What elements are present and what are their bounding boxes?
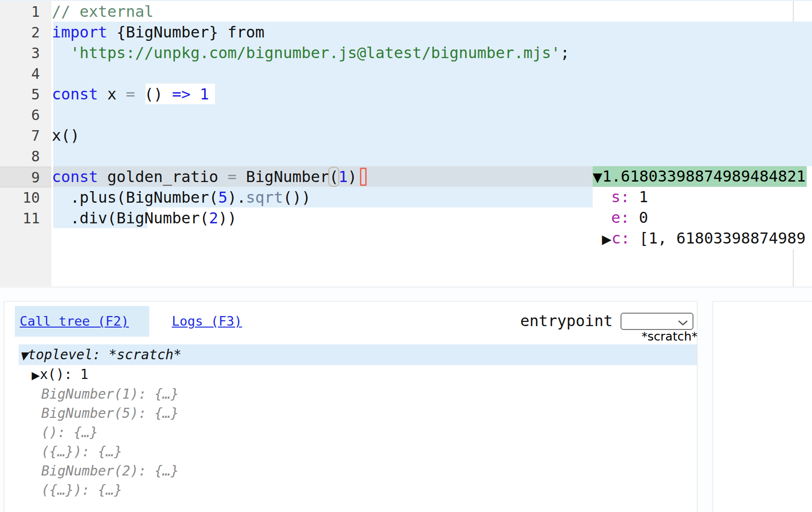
tab-logs[interactable]: Logs (F3) (172, 313, 242, 330)
call-tree-row-label: toplevel: *scratch* (28, 347, 181, 363)
object-property-row: s: 1 (593, 187, 812, 207)
call-tree-row-label: ({…}): {…} (41, 482, 122, 498)
property-key: e: (611, 208, 630, 227)
expand-triangle-icon[interactable]: ▶ (32, 369, 40, 381)
line-number: 6 (0, 105, 40, 125)
code-token: x() (52, 126, 80, 145)
line-number: 3 (0, 43, 40, 63)
call-tree-row-label: (): {…} (41, 425, 98, 440)
code-token: 2 (209, 209, 218, 227)
code-token: const (52, 85, 98, 103)
entrypoint-selected-value: *scratch* (642, 329, 698, 343)
code-token: 'https://unpkg.com/bignumber.js@latest/b… (71, 44, 561, 62)
code-token: ; (561, 44, 570, 62)
expand-triangle-icon[interactable]: ▶ (602, 232, 611, 246)
code-line[interactable]: .plus(BigNumber(5).sqrt()) (52, 187, 310, 208)
code-token: sqrt (246, 188, 283, 207)
call-tree-row[interactable]: (): {…} (19, 423, 697, 442)
code-token: = (126, 85, 135, 103)
property-key: s: (611, 188, 630, 206)
code-token: ()) (283, 188, 311, 207)
code-token: .div(BigNumber( (52, 209, 209, 227)
code-token: 5 (218, 188, 227, 207)
code-line[interactable]: x() (52, 125, 80, 146)
line-number: 9 (0, 167, 51, 187)
line-number: 7 (0, 125, 40, 146)
code-token: = (227, 168, 237, 186)
collapse-triangle-icon[interactable]: ▼ (20, 350, 28, 362)
call-tree-panel: Call tree (F2) Logs (F3) entrypoint *scr… (4, 301, 697, 512)
call-tree-row-label: x(): 1 (40, 366, 88, 382)
matched-bracket: ( (329, 168, 338, 186)
code-line[interactable]: const x = () => 1 (52, 84, 209, 105)
line-number: 8 (0, 146, 40, 167)
line-number: 2 (0, 22, 40, 43)
entrypoint-label: entrypoint (520, 311, 613, 331)
code-token: {BigNumber} from (107, 23, 265, 41)
side-panel (713, 301, 812, 512)
line-number: 1 (0, 1, 40, 22)
property-key: c: (611, 229, 630, 247)
chevron-down-icon (678, 320, 688, 326)
call-tree-row-label: BigNumber(1): {…} (41, 386, 179, 402)
code-token: import (52, 23, 107, 41)
code-token: const (52, 168, 98, 186)
call-tree-row[interactable]: BigNumber(5): {…} (19, 404, 697, 423)
call-tree-row[interactable]: ▼toplevel: *scratch* (19, 344, 697, 365)
code-token: .plus(BigNumber( (52, 188, 218, 207)
code-token: x (98, 85, 126, 103)
call-tree-row[interactable]: BigNumber(2): {…} (19, 462, 697, 481)
cursor-error-box (360, 168, 367, 186)
code-line[interactable]: 'https://unpkg.com/bignumber.js@latest/b… (52, 43, 570, 63)
code-token: => (172, 85, 191, 103)
call-tree-row-label: ({…}): {…} (41, 444, 122, 460)
object-property-row[interactable]: ▶c: [1, 61803398874989 (593, 228, 812, 249)
code-token: 1 (200, 85, 209, 103)
property-value: 1 (630, 188, 648, 206)
property-value: 0 (630, 208, 648, 227)
tab-call-tree[interactable]: Call tree (F2) (20, 313, 129, 330)
line-number: 10 (0, 187, 40, 208)
line-number: 4 (0, 63, 40, 84)
inline-result-inspector[interactable]: ▼1.61803398874989484821 s: 1 e: 0 ▶c: [1… (593, 166, 812, 249)
line-number: 11 (0, 208, 40, 229)
code-line[interactable]: .div(BigNumber(2)) (52, 208, 237, 229)
code-line[interactable]: const golden_ratio = BigNumber(1) (52, 167, 357, 187)
code-token (52, 44, 71, 62)
code-token: 1 (338, 168, 347, 186)
code-token (191, 85, 200, 103)
code-token: () (135, 85, 172, 103)
call-tree-row-label: BigNumber(2): {…} (41, 463, 179, 479)
code-token: BigNumber (237, 168, 329, 186)
code-line[interactable]: // external (52, 1, 154, 22)
object-property-row: e: 0 (593, 207, 812, 228)
collapse-triangle-icon[interactable]: ▼ (593, 170, 602, 184)
call-tree-row[interactable]: BigNumber(1): {…} (19, 385, 697, 404)
result-value-row[interactable]: ▼1.61803398874989484821 (593, 166, 807, 187)
code-editor[interactable]: 1234567891011 // externalimport {BigNumb… (0, 0, 812, 287)
line-number: 5 (0, 84, 40, 105)
call-tree-row-label: BigNumber(5): {…} (41, 405, 179, 421)
entrypoint-select[interactable]: *scratch* (621, 313, 693, 330)
property-value: [1, 61803398874989 (630, 229, 806, 247)
call-tree-row[interactable]: ▶x(): 1 (19, 365, 697, 384)
call-tree-row[interactable]: ({…}): {…} (19, 442, 697, 462)
line-number-gutter: 1234567891011 (0, 1, 51, 286)
code-token: )) (218, 209, 237, 227)
call-tree-row[interactable]: ({…}): {…} (19, 481, 697, 500)
code-token: // external (52, 2, 154, 21)
code-line[interactable]: import {BigNumber} from (52, 22, 264, 43)
code-token: ). (227, 188, 246, 207)
code-token: ) (348, 168, 357, 186)
result-value: 1.61803398874989484821 (602, 167, 806, 185)
code-token: golden_ratio (98, 168, 227, 186)
